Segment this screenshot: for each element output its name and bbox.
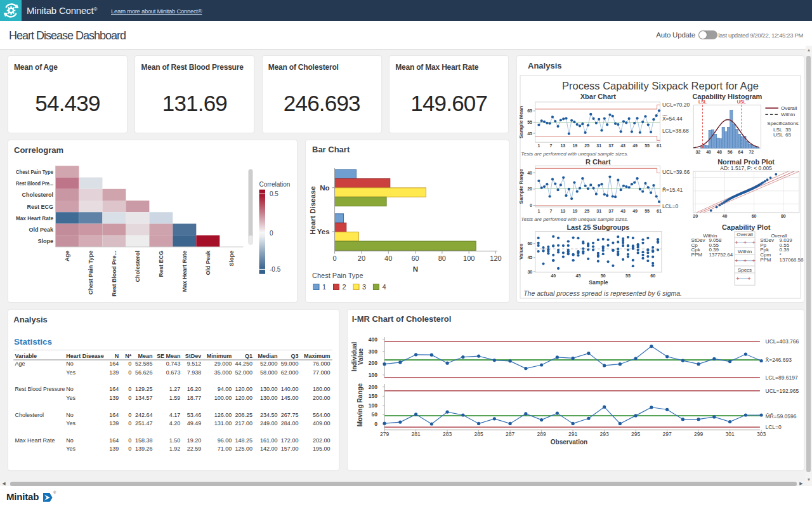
- svg-text:29.000: 29.000: [214, 360, 232, 367]
- svg-text:55: 55: [527, 120, 532, 124]
- svg-text:1.92: 1.92: [169, 446, 181, 452]
- svg-text:Overall: Overall: [737, 232, 753, 237]
- svg-text:Maximum: Maximum: [304, 353, 331, 359]
- svg-text:0: 0: [128, 360, 131, 367]
- svg-text:293: 293: [599, 430, 608, 437]
- svg-text:145.00: 145.00: [281, 394, 299, 400]
- svg-text:0.743: 0.743: [166, 360, 181, 367]
- svg-text:X̅̅=54.44: X̅̅=54.44: [662, 116, 682, 122]
- svg-text:Sample: Sample: [589, 279, 608, 286]
- svg-text:UCL=192.965: UCL=192.965: [765, 387, 799, 393]
- svg-text:251.47: 251.47: [135, 420, 153, 426]
- svg-text:LCL=0: LCL=0: [662, 203, 678, 209]
- svg-text:USL: USL: [737, 100, 746, 104]
- svg-text:Chest Pain Type: Chest Pain Type: [88, 251, 94, 294]
- svg-text:35.000: 35.000: [214, 369, 232, 376]
- svg-text:4: 4: [382, 283, 386, 291]
- svg-text:409.00: 409.00: [313, 420, 331, 426]
- svg-text:LCL=89.6197: LCL=89.6197: [765, 374, 798, 381]
- svg-text:Median: Median: [258, 353, 278, 359]
- svg-text:0: 0: [270, 230, 273, 237]
- svg-text:Correlation: Correlation: [259, 181, 291, 188]
- svg-text:120: 120: [490, 255, 501, 262]
- svg-text:134.57: 134.57: [135, 394, 153, 400]
- svg-text:Minimum: Minimum: [207, 353, 232, 359]
- svg-text:217.00: 217.00: [235, 420, 252, 426]
- svg-text:55: 55: [645, 209, 650, 213]
- svg-text:71.00: 71.00: [218, 446, 232, 452]
- svg-text:56.626: 56.626: [135, 369, 153, 376]
- svg-text:Yes: Yes: [66, 369, 75, 376]
- svg-text:0: 0: [128, 386, 131, 392]
- svg-text:19.20: 19.20: [187, 437, 202, 443]
- svg-text:150: 150: [368, 393, 377, 399]
- svg-text:I-MR Chart of Cholesterol: I-MR Chart of Cholesterol: [351, 314, 451, 324]
- svg-text:Statistics: Statistics: [14, 336, 52, 346]
- svg-text:Within: Within: [781, 112, 795, 117]
- svg-text:Old Peak: Old Peak: [205, 250, 211, 275]
- svg-text:139.26: 139.26: [135, 446, 153, 452]
- svg-text:58.000: 58.000: [260, 369, 278, 376]
- svg-text:0: 0: [374, 421, 377, 427]
- svg-text:43: 43: [620, 143, 625, 148]
- svg-text:Analysis: Analysis: [13, 315, 47, 324]
- svg-text:20: 20: [527, 187, 532, 191]
- svg-text:Old Peak: Old Peak: [29, 227, 54, 233]
- svg-text:18.77: 18.77: [187, 394, 202, 400]
- svg-text:100.00: 100.00: [214, 394, 232, 400]
- svg-text:No: No: [66, 411, 74, 418]
- svg-text:1: 1: [537, 209, 540, 213]
- svg-text:56: 56: [727, 150, 732, 154]
- svg-text:180.00: 180.00: [313, 386, 331, 392]
- svg-text:Age: Age: [64, 251, 70, 261]
- svg-text:Sample Mean: Sample Mean: [518, 106, 524, 138]
- svg-text:LCL=0: LCL=0: [765, 424, 782, 430]
- svg-text:0.673: 0.673: [166, 369, 181, 376]
- svg-text:49.49: 49.49: [187, 420, 202, 426]
- svg-text:LSL: LSL: [773, 127, 783, 133]
- svg-text:0: 0: [128, 446, 131, 452]
- svg-text:7.938: 7.938: [187, 369, 202, 376]
- svg-text:142.00: 142.00: [260, 446, 278, 452]
- svg-text:299: 299: [694, 430, 703, 437]
- svg-text:N: N: [413, 265, 418, 273]
- svg-text:249.00: 249.00: [260, 420, 278, 426]
- svg-text:LSL: LSL: [698, 100, 707, 104]
- svg-text:125.00: 125.00: [235, 446, 252, 452]
- svg-text:Yes: Yes: [66, 394, 75, 400]
- svg-text:289: 289: [537, 430, 546, 437]
- svg-text:158.38: 158.38: [135, 437, 153, 443]
- svg-text:Chest Pain Type: Chest Pain Type: [312, 272, 363, 279]
- svg-text:35: 35: [785, 127, 791, 133]
- svg-text:Capability Plot: Capability Plot: [721, 223, 770, 231]
- svg-text:100: 100: [463, 255, 475, 262]
- svg-text:130.00: 130.00: [260, 386, 278, 392]
- svg-text:45: 45: [527, 131, 532, 136]
- svg-text:52.000: 52.000: [260, 360, 278, 367]
- svg-text:31: 31: [596, 209, 601, 213]
- svg-text:94.00: 94.00: [218, 386, 232, 392]
- svg-text:No: No: [66, 386, 74, 392]
- svg-text:164: 164: [109, 411, 119, 418]
- svg-text:50: 50: [600, 274, 605, 278]
- svg-text:287: 287: [506, 430, 514, 437]
- svg-text:40: 40: [706, 150, 711, 154]
- svg-text:4.20: 4.20: [169, 420, 181, 426]
- svg-text:The actual process spread is r: The actual process spread is represented…: [523, 289, 682, 297]
- svg-text:139: 139: [109, 446, 119, 452]
- svg-text:65: 65: [785, 132, 791, 138]
- svg-text:Individual: Individual: [350, 341, 357, 371]
- svg-text:N*: N*: [125, 353, 131, 359]
- svg-text:1.50: 1.50: [169, 437, 181, 443]
- svg-text:139: 139: [109, 394, 119, 400]
- svg-text:Observation: Observation: [550, 438, 587, 445]
- svg-text:283: 283: [443, 430, 452, 437]
- svg-text:3: 3: [362, 283, 366, 291]
- svg-text:40: 40: [384, 255, 392, 262]
- svg-text:Cholesterol: Cholesterol: [134, 251, 141, 282]
- svg-text:76.000: 76.000: [313, 360, 331, 367]
- svg-text:164: 164: [109, 360, 119, 367]
- svg-text:StDev: StDev: [185, 353, 202, 359]
- svg-text:Moving Range: Moving Range: [357, 383, 363, 426]
- svg-text:80: 80: [438, 255, 446, 262]
